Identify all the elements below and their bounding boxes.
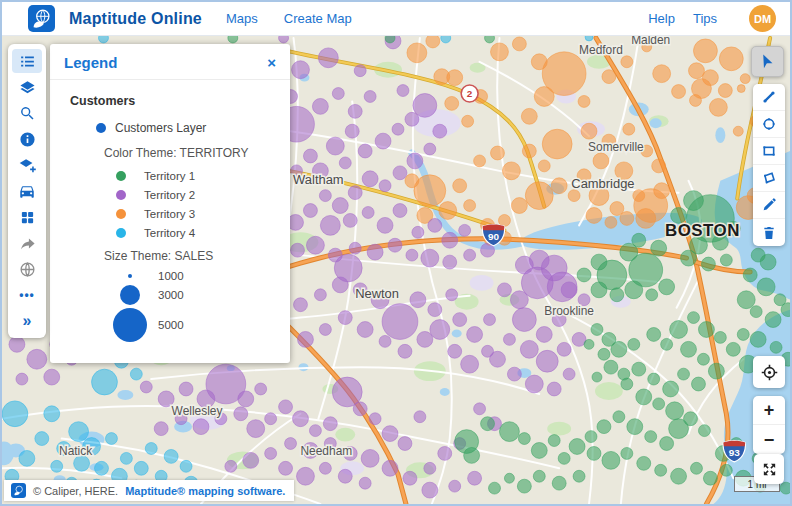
svg-text:Brookline: Brookline bbox=[544, 304, 594, 318]
locate-me-button[interactable] bbox=[753, 356, 785, 388]
svg-text:Wellesley: Wellesley bbox=[172, 404, 223, 418]
svg-text:Malden: Malden bbox=[631, 36, 670, 47]
svg-text:Natick: Natick bbox=[59, 444, 92, 458]
app-title: Maptitude Online bbox=[69, 10, 202, 28]
search-icon[interactable] bbox=[12, 101, 42, 125]
nav-create-map[interactable]: Create Map bbox=[284, 11, 352, 26]
copyright-text: © Caliper, HERE. bbox=[33, 485, 118, 497]
territory-3-dot-icon bbox=[116, 209, 126, 219]
size-row: 1000 bbox=[70, 270, 276, 282]
maptitude-logo-icon bbox=[28, 5, 55, 32]
customers-layer-row[interactable]: Customers Layer bbox=[70, 121, 276, 135]
layers-icon[interactable] bbox=[12, 75, 42, 99]
routes-car-icon[interactable] bbox=[12, 179, 42, 203]
fullscreen-button[interactable] bbox=[754, 454, 784, 484]
svg-text:Medford: Medford bbox=[579, 43, 623, 57]
collapse-icon[interactable]: » bbox=[12, 309, 42, 333]
size-dot-3000 bbox=[120, 285, 140, 305]
territory-1-dot-icon bbox=[116, 171, 126, 181]
delete-trash-tool[interactable] bbox=[753, 219, 785, 246]
help-link[interactable]: Help bbox=[648, 11, 675, 26]
territory-row: Territory 1 bbox=[70, 167, 276, 185]
locate-icon bbox=[760, 363, 779, 382]
zoom-controls: + − bbox=[753, 396, 785, 454]
draw-rectangle-tool[interactable] bbox=[753, 138, 785, 165]
cursor-icon bbox=[759, 53, 776, 70]
svg-text:Newton: Newton bbox=[355, 286, 399, 301]
territory-4-dot-icon bbox=[116, 228, 126, 238]
draw-toolbar bbox=[753, 84, 785, 246]
add-layer-icon[interactable] bbox=[12, 153, 42, 177]
territory-2-dot-icon bbox=[116, 190, 126, 200]
zoom-in-button[interactable]: + bbox=[753, 396, 785, 425]
svg-text:90: 90 bbox=[488, 231, 500, 242]
apps-grid-icon[interactable] bbox=[12, 205, 42, 229]
territory-row: Territory 4 bbox=[70, 224, 276, 242]
caliper-logo-icon bbox=[11, 483, 26, 498]
territory-row: Territory 3 bbox=[70, 205, 276, 223]
draw-freehand-pencil-tool[interactable] bbox=[753, 192, 785, 219]
svg-text:BOSTON: BOSTON bbox=[665, 221, 740, 240]
color-theme-label: Color Theme: TERRITORY bbox=[70, 146, 276, 160]
size-theme-label: Size Theme: SALES bbox=[70, 249, 276, 263]
web-globe-icon[interactable] bbox=[12, 257, 42, 281]
size-row: 5000 bbox=[70, 308, 276, 342]
share-icon[interactable] bbox=[12, 231, 42, 255]
svg-text:93: 93 bbox=[729, 447, 741, 458]
layer-dot-icon bbox=[96, 123, 106, 133]
legend-list-icon[interactable] bbox=[12, 49, 42, 73]
attribution-bar: © Caliper, HERE. Maptitude® mapping soft… bbox=[4, 480, 294, 501]
legend-panel: Legend × Customers Customers Layer Color… bbox=[50, 44, 290, 363]
left-toolbar: ••• » bbox=[8, 44, 46, 338]
app-window: Maptitude Online Maps Create Map Help Ti… bbox=[0, 0, 792, 506]
size-row: 3000 bbox=[70, 285, 276, 305]
top-nav: Maps Create Map bbox=[226, 11, 352, 26]
size-dot-1000 bbox=[128, 274, 132, 278]
layer-label: Customers Layer bbox=[115, 121, 206, 135]
maptitude-brand-link[interactable]: Maptitude® mapping software. bbox=[125, 485, 285, 497]
svg-text:Cambridge: Cambridge bbox=[571, 176, 634, 191]
nav-maps[interactable]: Maps bbox=[226, 11, 258, 26]
header: Maptitude Online Maps Create Map Help Ti… bbox=[2, 2, 790, 36]
info-icon[interactable] bbox=[12, 127, 42, 151]
fullscreen-icon bbox=[761, 461, 778, 478]
svg-text:Needham: Needham bbox=[300, 444, 352, 458]
legend-group-title: Customers bbox=[70, 94, 276, 108]
close-icon[interactable]: × bbox=[267, 55, 276, 70]
user-avatar[interactable]: DM bbox=[749, 5, 776, 32]
svg-text:Somerville: Somerville bbox=[588, 140, 644, 154]
draw-polygon-tool[interactable] bbox=[753, 165, 785, 192]
size-dot-5000 bbox=[113, 308, 147, 342]
zoom-out-button[interactable]: − bbox=[753, 425, 785, 454]
map-canvas[interactable]: 29093 MaldenMedfordSomervilleCambridgeWa… bbox=[2, 36, 790, 504]
select-cursor-tool[interactable] bbox=[751, 46, 784, 77]
more-icon[interactable]: ••• bbox=[12, 283, 42, 307]
legend-title: Legend bbox=[64, 54, 117, 71]
draw-circle-tool[interactable] bbox=[753, 111, 785, 138]
svg-text:2: 2 bbox=[467, 88, 473, 99]
territory-row: Territory 2 bbox=[70, 186, 276, 204]
tips-link[interactable]: Tips bbox=[693, 11, 717, 26]
measure-line-tool[interactable] bbox=[753, 84, 785, 111]
svg-text:Waltham: Waltham bbox=[293, 172, 344, 187]
